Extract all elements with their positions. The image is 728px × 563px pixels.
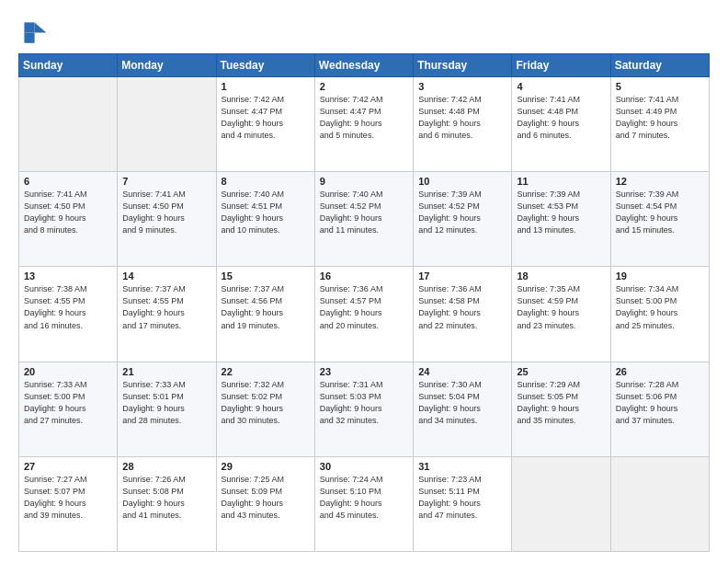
day-number: 25 — [517, 366, 605, 377]
day-info: Sunrise: 7:29 AMSunset: 5:05 PMDaylight:… — [517, 379, 605, 427]
week-row-0: 1Sunrise: 7:42 AMSunset: 4:47 PMDaylight… — [19, 77, 710, 172]
day-cell — [118, 77, 216, 172]
day-info: Sunrise: 7:39 AMSunset: 4:54 PMDaylight:… — [616, 189, 704, 236]
svg-rect-2 — [24, 33, 34, 43]
day-number: 5 — [616, 81, 704, 92]
day-info: Sunrise: 7:27 AMSunset: 5:07 PMDaylight:… — [24, 474, 112, 522]
day-info: Sunrise: 7:30 AMSunset: 5:04 PMDaylight:… — [418, 379, 506, 427]
day-number: 17 — [418, 270, 506, 282]
day-cell: 21Sunrise: 7:33 AMSunset: 5:01 PMDayligh… — [118, 362, 216, 456]
day-cell: 23Sunrise: 7:31 AMSunset: 5:03 PMDayligh… — [314, 362, 413, 456]
day-number: 20 — [24, 366, 112, 377]
day-number: 4 — [517, 81, 605, 92]
day-info: Sunrise: 7:41 AMSunset: 4:48 PMDaylight:… — [517, 94, 605, 142]
day-number: 19 — [616, 270, 704, 282]
day-cell: 11Sunrise: 7:39 AMSunset: 4:53 PMDayligh… — [512, 172, 610, 267]
day-number: 16 — [320, 270, 408, 282]
day-number: 23 — [320, 366, 408, 377]
day-cell: 17Sunrise: 7:36 AMSunset: 4:58 PMDayligh… — [414, 267, 512, 362]
week-row-3: 20Sunrise: 7:33 AMSunset: 5:00 PMDayligh… — [19, 362, 710, 456]
col-header-tuesday: Tuesday — [216, 54, 314, 77]
day-cell: 5Sunrise: 7:41 AMSunset: 4:49 PMDaylight… — [610, 77, 709, 172]
day-number: 7 — [122, 176, 210, 187]
day-info: Sunrise: 7:33 AMSunset: 5:01 PMDaylight:… — [122, 379, 210, 427]
day-number: 15 — [222, 270, 310, 282]
day-number: 1 — [222, 81, 310, 92]
day-cell: 6Sunrise: 7:41 AMSunset: 4:50 PMDaylight… — [19, 172, 118, 267]
day-info: Sunrise: 7:42 AMSunset: 4:47 PMDaylight:… — [320, 94, 408, 142]
day-cell: 12Sunrise: 7:39 AMSunset: 4:54 PMDayligh… — [610, 172, 709, 267]
day-cell — [512, 456, 610, 551]
day-number: 27 — [24, 461, 112, 472]
day-info: Sunrise: 7:38 AMSunset: 4:55 PMDaylight:… — [24, 283, 112, 331]
day-info: Sunrise: 7:34 AMSunset: 5:00 PMDaylight:… — [616, 283, 704, 331]
day-info: Sunrise: 7:40 AMSunset: 4:52 PMDaylight:… — [320, 189, 408, 236]
day-number: 31 — [418, 461, 506, 472]
day-info: Sunrise: 7:41 AMSunset: 4:50 PMDaylight:… — [122, 189, 210, 236]
day-info: Sunrise: 7:37 AMSunset: 4:56 PMDaylight:… — [222, 283, 310, 331]
logo — [18, 17, 51, 46]
day-info: Sunrise: 7:32 AMSunset: 5:02 PMDaylight:… — [222, 379, 310, 427]
day-info: Sunrise: 7:28 AMSunset: 5:06 PMDaylight:… — [616, 379, 704, 427]
day-cell: 26Sunrise: 7:28 AMSunset: 5:06 PMDayligh… — [610, 362, 709, 456]
day-cell: 30Sunrise: 7:24 AMSunset: 5:10 PMDayligh… — [314, 456, 413, 551]
day-cell — [610, 456, 709, 551]
day-cell: 25Sunrise: 7:29 AMSunset: 5:05 PMDayligh… — [512, 362, 610, 456]
svg-rect-1 — [24, 22, 34, 32]
day-info: Sunrise: 7:39 AMSunset: 4:52 PMDaylight:… — [418, 189, 506, 236]
day-number: 13 — [24, 270, 112, 282]
day-number: 29 — [222, 461, 310, 472]
day-info: Sunrise: 7:39 AMSunset: 4:53 PMDaylight:… — [517, 189, 605, 236]
day-number: 11 — [517, 176, 605, 187]
day-number: 30 — [320, 461, 408, 472]
day-info: Sunrise: 7:41 AMSunset: 4:50 PMDaylight:… — [24, 189, 112, 236]
day-cell: 31Sunrise: 7:23 AMSunset: 5:11 PMDayligh… — [414, 456, 512, 551]
day-cell: 16Sunrise: 7:36 AMSunset: 4:57 PMDayligh… — [314, 267, 413, 362]
header — [18, 17, 710, 46]
day-number: 12 — [616, 176, 704, 187]
day-cell: 20Sunrise: 7:33 AMSunset: 5:00 PMDayligh… — [19, 362, 118, 456]
day-info: Sunrise: 7:36 AMSunset: 4:57 PMDaylight:… — [320, 283, 408, 331]
day-info: Sunrise: 7:36 AMSunset: 4:58 PMDaylight:… — [418, 283, 506, 331]
day-number: 9 — [320, 176, 408, 187]
week-row-1: 6Sunrise: 7:41 AMSunset: 4:50 PMDaylight… — [19, 172, 710, 267]
day-cell: 14Sunrise: 7:37 AMSunset: 4:55 PMDayligh… — [118, 267, 216, 362]
logo-icon — [18, 17, 48, 46]
day-info: Sunrise: 7:31 AMSunset: 5:03 PMDaylight:… — [320, 379, 408, 427]
day-cell: 2Sunrise: 7:42 AMSunset: 4:47 PMDaylight… — [314, 77, 413, 172]
svg-marker-0 — [35, 22, 47, 32]
day-info: Sunrise: 7:35 AMSunset: 4:59 PMDaylight:… — [517, 283, 605, 331]
day-cell: 10Sunrise: 7:39 AMSunset: 4:52 PMDayligh… — [414, 172, 512, 267]
day-number: 24 — [418, 366, 506, 377]
day-info: Sunrise: 7:42 AMSunset: 4:47 PMDaylight:… — [222, 94, 310, 142]
day-info: Sunrise: 7:24 AMSunset: 5:10 PMDaylight:… — [320, 474, 408, 522]
day-info: Sunrise: 7:25 AMSunset: 5:09 PMDaylight:… — [222, 474, 310, 522]
col-header-wednesday: Wednesday — [314, 54, 413, 77]
page: SundayMondayTuesdayWednesdayThursdayFrid… — [0, 0, 728, 563]
day-number: 10 — [418, 176, 506, 187]
day-info: Sunrise: 7:26 AMSunset: 5:08 PMDaylight:… — [122, 474, 210, 522]
calendar: SundayMondayTuesdayWednesdayThursdayFrid… — [18, 53, 710, 552]
day-cell: 7Sunrise: 7:41 AMSunset: 4:50 PMDaylight… — [118, 172, 216, 267]
day-info: Sunrise: 7:41 AMSunset: 4:49 PMDaylight:… — [616, 94, 704, 142]
header-row: SundayMondayTuesdayWednesdayThursdayFrid… — [19, 54, 710, 77]
col-header-saturday: Saturday — [610, 54, 709, 77]
day-number: 14 — [122, 270, 210, 282]
day-cell: 1Sunrise: 7:42 AMSunset: 4:47 PMDaylight… — [216, 77, 314, 172]
col-header-sunday: Sunday — [19, 54, 118, 77]
day-number: 18 — [517, 270, 605, 282]
day-cell: 18Sunrise: 7:35 AMSunset: 4:59 PMDayligh… — [512, 267, 610, 362]
col-header-thursday: Thursday — [414, 54, 512, 77]
day-number: 6 — [24, 176, 112, 187]
day-number: 3 — [418, 81, 506, 92]
day-info: Sunrise: 7:33 AMSunset: 5:00 PMDaylight:… — [24, 379, 112, 427]
day-cell: 28Sunrise: 7:26 AMSunset: 5:08 PMDayligh… — [118, 456, 216, 551]
week-row-4: 27Sunrise: 7:27 AMSunset: 5:07 PMDayligh… — [19, 456, 710, 551]
day-cell: 9Sunrise: 7:40 AMSunset: 4:52 PMDaylight… — [314, 172, 413, 267]
day-cell: 27Sunrise: 7:27 AMSunset: 5:07 PMDayligh… — [19, 456, 118, 551]
day-cell — [19, 77, 118, 172]
day-number: 2 — [320, 81, 408, 92]
day-cell: 4Sunrise: 7:41 AMSunset: 4:48 PMDaylight… — [512, 77, 610, 172]
day-number: 8 — [222, 176, 310, 187]
day-info: Sunrise: 7:40 AMSunset: 4:51 PMDaylight:… — [222, 189, 310, 236]
